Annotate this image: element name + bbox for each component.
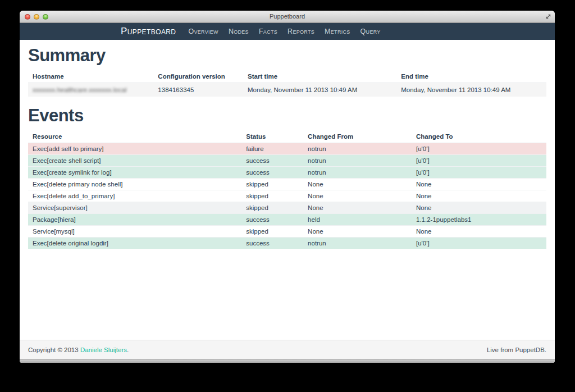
event-row: Exec[create symlink for log]successnotru… bbox=[28, 167, 546, 179]
nav-item-facts[interactable]: Facts bbox=[259, 28, 277, 35]
event-row: Exec[delete add_to_primary]skippedNoneNo… bbox=[28, 190, 546, 202]
event-cell-status: failure bbox=[241, 143, 303, 155]
author-link[interactable]: Daniele Sluijters bbox=[80, 347, 127, 353]
events-col-resource: Resource bbox=[28, 130, 241, 143]
summary-cell-start-time: Monday, November 11 2013 10:49 AM bbox=[243, 83, 396, 97]
summary-col-hostname: Hostname bbox=[28, 70, 153, 83]
nav-item-overview[interactable]: Overview bbox=[188, 28, 218, 35]
summary-cell-config-version: 1384163345 bbox=[153, 83, 243, 97]
event-cell-changed-to: [u'0'] bbox=[412, 143, 546, 155]
event-row: Service[supervisor]skippedNoneNone bbox=[28, 202, 546, 214]
event-cell-resource: Exec[create symlink for log] bbox=[28, 167, 241, 179]
event-cell-resource: Exec[add self to primary] bbox=[28, 143, 241, 155]
events-heading: Events bbox=[28, 106, 546, 126]
event-row: Exec[delete original logdir]successnotru… bbox=[28, 238, 546, 249]
window-bottom-edge bbox=[20, 359, 555, 363]
event-cell-resource: Exec[delete original logdir] bbox=[28, 238, 241, 249]
nav-item-metrics[interactable]: Metrics bbox=[325, 28, 350, 35]
event-cell-resource: Exec[delete primary node shell] bbox=[28, 179, 241, 190]
summary-header-row: Hostname Configuration version Start tim… bbox=[28, 70, 546, 83]
event-cell-status: skipped bbox=[241, 179, 303, 190]
navbar: Puppetboard Overview Nodes Facts Reports… bbox=[20, 23, 555, 40]
main-content: Summary Hostname Configuration version S… bbox=[20, 40, 555, 340]
event-cell-resource: Exec[create shell script] bbox=[28, 155, 241, 167]
event-cell-changed-to: 1.1.2-1puppetlabs1 bbox=[412, 214, 546, 226]
events-col-status: Status bbox=[241, 130, 303, 143]
event-cell-changed-to: [u'0'] bbox=[412, 167, 546, 179]
events-col-changed-from: Changed From bbox=[303, 130, 412, 143]
event-cell-changed-from: None bbox=[303, 226, 412, 238]
copyright-text: Copyright © 2013 Daniele Sluijters. bbox=[28, 347, 129, 353]
event-cell-changed-from: notrun bbox=[303, 155, 412, 167]
event-cell-changed-from: held bbox=[303, 214, 412, 226]
event-cell-status: success bbox=[241, 155, 303, 167]
event-row: Exec[create shell script]successnotrun[u… bbox=[28, 155, 546, 167]
event-cell-changed-to: None bbox=[412, 190, 546, 202]
event-row: Exec[add self to primary]failurenotrun[u… bbox=[28, 143, 546, 155]
event-row: Exec[delete primary node shell]skippedNo… bbox=[28, 179, 546, 190]
event-cell-changed-to: None bbox=[412, 226, 546, 238]
event-cell-changed-from: notrun bbox=[303, 143, 412, 155]
event-cell-status: success bbox=[241, 167, 303, 179]
page-footer: Copyright © 2013 Daniele Sluijters. Live… bbox=[20, 340, 555, 359]
summary-col-config-version: Configuration version bbox=[153, 70, 243, 83]
summary-col-end-time: End time bbox=[396, 70, 546, 83]
nav-item-query[interactable]: Query bbox=[360, 28, 381, 35]
navbar-brand[interactable]: Puppetboard bbox=[121, 26, 176, 37]
fullscreen-resize-icon[interactable] bbox=[545, 13, 552, 20]
event-cell-resource: Service[supervisor] bbox=[28, 202, 241, 214]
events-table: Resource Status Changed From Changed To … bbox=[28, 130, 546, 249]
summary-cell-end-time: Monday, November 11 2013 10:49 AM bbox=[396, 83, 546, 97]
app-window: Puppetboard Puppetboard Overview Nodes F… bbox=[20, 11, 555, 363]
events-col-changed-to: Changed To bbox=[412, 130, 546, 143]
event-cell-changed-to: None bbox=[412, 202, 546, 214]
event-cell-changed-to: [u'0'] bbox=[412, 238, 546, 249]
event-cell-status: skipped bbox=[241, 190, 303, 202]
summary-row: xxxxxxx.healthcare.xxxxxxx.local 1384163… bbox=[28, 83, 546, 97]
event-cell-changed-from: None bbox=[303, 179, 412, 190]
event-row: Service[mysql]skippedNoneNone bbox=[28, 226, 546, 238]
summary-col-start-time: Start time bbox=[243, 70, 396, 83]
event-cell-changed-from: notrun bbox=[303, 238, 412, 249]
event-cell-resource: Exec[delete add_to_primary] bbox=[28, 190, 241, 202]
copyright-prefix: Copyright © 2013 bbox=[28, 347, 79, 353]
summary-heading: Summary bbox=[28, 45, 546, 66]
events-tbody: Exec[add self to primary]failurenotrun[u… bbox=[28, 143, 546, 249]
nav-item-reports[interactable]: Reports bbox=[288, 28, 314, 35]
window-title: Puppetboard bbox=[20, 11, 555, 22]
event-cell-changed-from: None bbox=[303, 202, 412, 214]
event-cell-status: skipped bbox=[241, 226, 303, 238]
hostname-redacted-text: xxxxxxx.healthcare.xxxxxxx.local bbox=[33, 86, 126, 93]
copyright-suffix: . bbox=[127, 347, 129, 353]
puppetdb-status-text: Live from PuppetDB. bbox=[487, 347, 546, 353]
nav-item-nodes[interactable]: Nodes bbox=[229, 28, 249, 35]
event-cell-resource: Service[mysql] bbox=[28, 226, 241, 238]
summary-table: Hostname Configuration version Start tim… bbox=[28, 70, 546, 97]
titlebar: Puppetboard bbox=[20, 11, 555, 23]
event-cell-status: skipped bbox=[241, 202, 303, 214]
summary-cell-hostname: xxxxxxx.healthcare.xxxxxxx.local bbox=[28, 83, 153, 97]
event-cell-status: success bbox=[241, 214, 303, 226]
event-cell-changed-to: None bbox=[412, 179, 546, 190]
event-cell-changed-from: notrun bbox=[303, 167, 412, 179]
event-cell-resource: Package[hiera] bbox=[28, 214, 241, 226]
event-cell-status: success bbox=[241, 238, 303, 249]
event-cell-changed-from: None bbox=[303, 190, 412, 202]
events-header-row: Resource Status Changed From Changed To bbox=[28, 130, 546, 143]
event-cell-changed-to: [u'0'] bbox=[412, 155, 546, 167]
event-row: Package[hiera]successheld1.1.2-1puppetla… bbox=[28, 214, 546, 226]
